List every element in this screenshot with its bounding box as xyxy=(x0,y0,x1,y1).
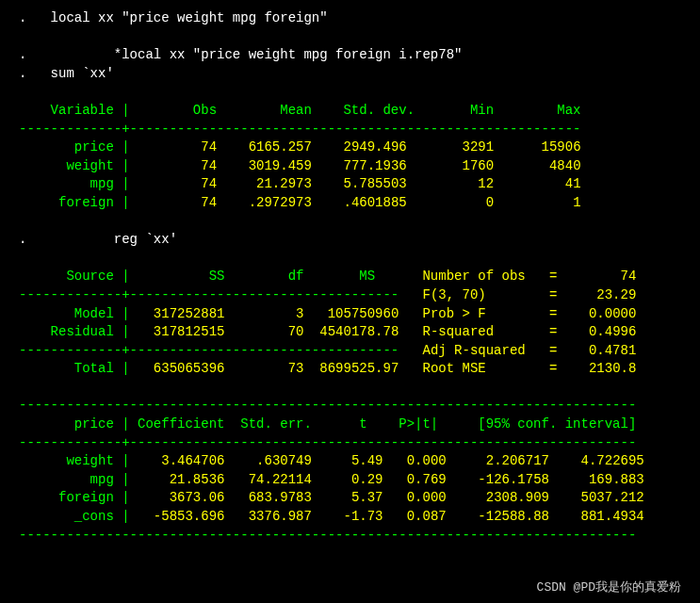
coef-row-mpg: mpg | 21.8536 74.22114 0.29 0.769 -126.1… xyxy=(19,471,681,490)
blank xyxy=(19,250,681,269)
anova-total: Total | 635065396 73 8699525.97 Root MSE… xyxy=(19,360,681,379)
sum-header: Variable | Obs Mean Std. dev. Min Max xyxy=(19,102,681,121)
sum-row-weight: weight | 74 3019.459 777.1936 1760 4840 xyxy=(19,157,681,176)
coef-rule-mid: -------------+--------------------------… xyxy=(19,434,681,453)
anova-rule2: -------------+--------------------------… xyxy=(19,342,681,361)
coef-header: price | Coefficient Std. err. t P>|t| [9… xyxy=(19,416,681,434)
blank xyxy=(19,213,681,232)
anova-header: Source | SS df MS Number of obs = 74 xyxy=(19,268,681,286)
col-variable: Variable xyxy=(19,103,122,118)
command-line-2: . *local xx "price weight mpg foreign i.… xyxy=(19,46,681,65)
sum-row-price: price | 74 6165.257 2949.496 3291 15906 xyxy=(19,139,681,157)
anova-rule1: -------------+--------------------------… xyxy=(19,286,681,305)
sum-row-mpg: mpg | 74 21.2973 5.785503 12 41 xyxy=(19,175,681,194)
coef-row-foreign: foreign | 3673.06 683.9783 5.37 0.000 23… xyxy=(19,489,681,508)
col-obs: Obs Mean Std. dev. Min Max xyxy=(130,103,581,118)
sum-row-foreign: foreign | 74 .2972973 .4601885 0 1 xyxy=(19,194,681,213)
blank xyxy=(19,83,681,102)
blank xyxy=(19,379,681,398)
command-line-1: . local xx "price weight mpg foreign" xyxy=(19,9,681,28)
coef-row-weight: weight | 3.464706 .630749 5.49 0.000 2.2… xyxy=(19,452,681,471)
coef-rule-bot: ----------------------------------------… xyxy=(19,527,681,546)
command-sum: . sum `xx' xyxy=(19,65,681,84)
coef-row-cons: _cons | -5853.696 3376.987 -1.73 0.087 -… xyxy=(19,508,681,527)
sum-rule: -------------+--------------------------… xyxy=(19,121,681,139)
anova-residual: Residual | 317812515 70 4540178.78 R-squ… xyxy=(19,323,681,342)
coef-rule-top: ----------------------------------------… xyxy=(19,397,681,416)
command-reg: . reg `xx' xyxy=(19,231,681,250)
blank xyxy=(19,28,681,47)
anova-model: Model | 317252881 3 105750960 Prob > F =… xyxy=(19,305,681,324)
